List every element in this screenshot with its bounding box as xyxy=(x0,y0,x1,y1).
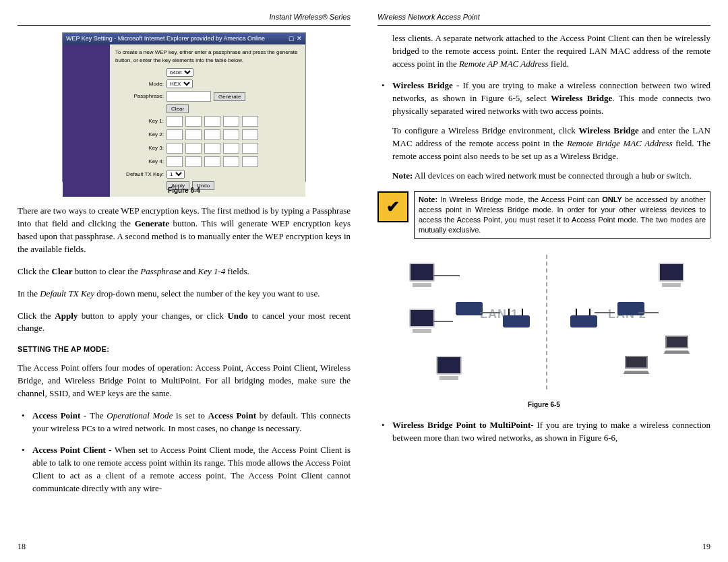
bullet-access-point: Access Point - The Operational Mode is s… xyxy=(32,410,351,435)
hub-icon xyxy=(453,302,485,329)
passphrase-input[interactable] xyxy=(166,91,211,102)
section-ap-mode: SETTING THE AP MODE: xyxy=(18,344,351,355)
left-body: There are two ways to create WEP encrypt… xyxy=(18,205,351,504)
left-page: Instant Wireless® Series WEP Key Setting… xyxy=(18,12,351,550)
series-title: Instant Wireless® Series xyxy=(270,13,351,21)
header-right: Wireless Network Access Point xyxy=(377,12,710,26)
wep-para-3: In the Default TX Key drop-down menu, se… xyxy=(18,288,351,301)
wep-main: To create a new WEP key, either enter a … xyxy=(110,44,305,197)
clear-button[interactable]: Clear xyxy=(166,104,189,113)
access-point-icon xyxy=(500,315,533,342)
right-body: less clients. A separate network attache… xyxy=(377,32,710,454)
bullet-bridge-multipoint: Wireless Bridge Point to MultiPoint- If … xyxy=(392,419,710,445)
pc-icon xyxy=(406,263,438,290)
network-diagram: LAN 1 LAN 2 xyxy=(399,248,689,396)
lan-divider xyxy=(546,255,547,389)
bullet-ap-client: Access Point Client - When set to Access… xyxy=(32,444,351,495)
right-page: Wireless Network Access Point less clien… xyxy=(377,12,710,550)
figure-6-5-caption: Figure 6-5 xyxy=(377,400,710,410)
page-number-right: 19 xyxy=(702,541,710,553)
window-controls: ▢ ✕ xyxy=(289,34,302,43)
wep-instruction: To create a new WEP key, either enter a … xyxy=(115,49,300,64)
wep-para-4: Click the Apply button to apply your cha… xyxy=(18,310,351,336)
wep-para-1: There are two ways to create WEP encrypt… xyxy=(18,205,351,255)
page-number-left: 18 xyxy=(18,541,26,553)
wep-screenshot: WEP Key Setting - Microsoft Internet Exp… xyxy=(62,32,306,182)
pc-icon xyxy=(655,263,688,290)
laptop-icon xyxy=(621,356,651,375)
pc-icon xyxy=(433,356,465,383)
pc-icon xyxy=(406,309,438,336)
default-tx-select[interactable]: 1 xyxy=(166,170,185,179)
laptop-icon xyxy=(662,336,692,354)
wep-window-titlebar: WEP Key Setting - Microsoft Internet Exp… xyxy=(63,33,305,44)
access-point-icon xyxy=(568,315,600,342)
wep-mode-select[interactable]: HEX xyxy=(166,80,193,88)
bullet-wireless-bridge: Wireless Bridge - If you are trying to m… xyxy=(392,80,710,182)
warning-box: Note: In Wireless Bridge mode, the Acces… xyxy=(377,191,710,238)
header-left: Instant Wireless® Series xyxy=(18,12,351,26)
generate-button[interactable]: Generate xyxy=(214,92,245,101)
warning-icon xyxy=(377,191,408,222)
wep-para-2: Click the Clear button to clear the Pass… xyxy=(18,266,351,278)
doc-title: Wireless Network Access Point xyxy=(377,13,480,21)
mode-label: Mode: xyxy=(115,80,164,88)
default-tx-label: Default TX Key: xyxy=(115,170,164,179)
wep-sidebar xyxy=(63,44,110,197)
ap-client-continued: less clients. A separate network attache… xyxy=(377,32,710,71)
figure-6-4-caption: Figure 6-4 xyxy=(18,186,351,196)
ap-mode-intro: The Access Point offers four modes of op… xyxy=(18,362,351,400)
passphrase-label: Passphrase: xyxy=(115,92,164,100)
wep-bit-select[interactable]: 64bit xyxy=(166,68,193,77)
hub-icon xyxy=(615,302,647,329)
wep-window-title: WEP Key Setting - Microsoft Internet Exp… xyxy=(66,34,265,43)
warning-text: Note: In Wireless Bridge mode, the Acces… xyxy=(414,191,710,238)
